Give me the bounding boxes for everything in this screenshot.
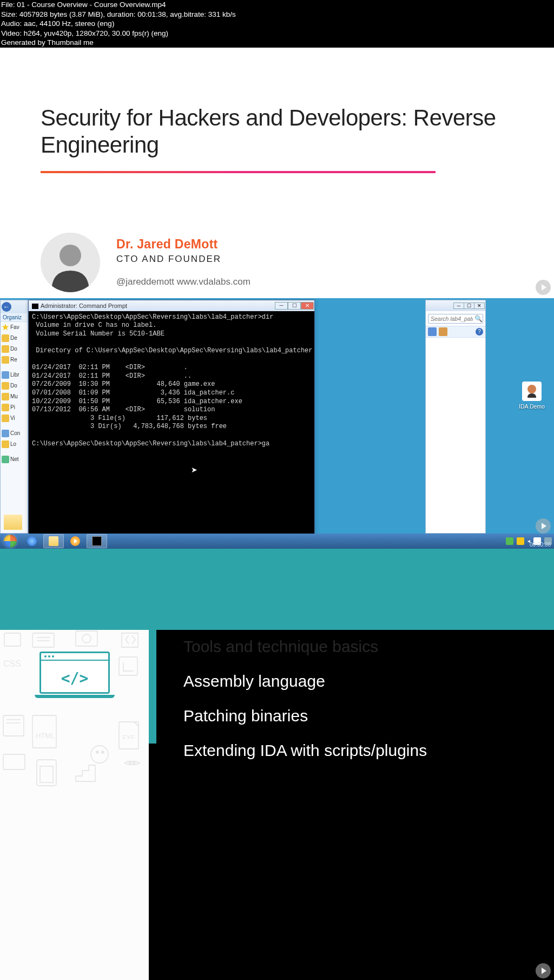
svg-rect-4	[76, 631, 97, 646]
title-underline	[41, 171, 436, 173]
library-icon	[2, 371, 9, 379]
course-title: Security for Hackers and Developers: Rev…	[41, 104, 513, 159]
background-pattern	[0, 739, 149, 980]
play-icon[interactable]	[536, 963, 551, 978]
libraries-node[interactable]: Libr	[1, 370, 28, 380]
folder-preview-icon	[4, 515, 22, 530]
close-button[interactable]: ✕	[474, 302, 485, 309]
folder-icon	[2, 356, 9, 364]
svg-point-27	[96, 751, 98, 753]
svg-point-5	[82, 634, 91, 643]
view-icon[interactable]	[428, 327, 437, 336]
meta-video: Video: h264, yuv420p, 1280x720, 30.00 fp…	[1, 29, 553, 38]
cmd-icon	[92, 536, 102, 546]
topic-item: Tools and technique basics	[183, 637, 527, 656]
svg-rect-30	[40, 766, 53, 782]
author-name: Dr. Jared DeMott	[116, 237, 250, 252]
explorer-right-window[interactable]: ─ ☐ ✕ 🔍 ?	[425, 300, 486, 534]
play-icon[interactable]	[536, 518, 551, 534]
tree-item[interactable]: Do	[1, 344, 28, 354]
maximize-button[interactable]: ☐	[288, 302, 301, 310]
folder-icon	[2, 382, 9, 390]
taskbar-wmp[interactable]	[65, 534, 85, 548]
tree-item[interactable]: Mu	[1, 391, 28, 402]
author-handle: @jareddemott www.vdalabs.com	[116, 277, 250, 287]
timestamp-2: 00:00:38	[530, 542, 551, 548]
view-icon[interactable]	[439, 327, 447, 336]
svg-text:HTML: HTML	[36, 732, 55, 740]
tree-item[interactable]: Re	[1, 354, 28, 365]
svg-rect-0	[4, 633, 21, 646]
taskbar[interactable]: ◂ 00:00:38	[0, 534, 554, 549]
thumbnail-2: ← Organiz Fav De Do Re Libr Do Mu Pi Vi …	[0, 298, 554, 549]
topic-item: Patching binaries	[183, 707, 527, 725]
tree-item[interactable]: Pi	[1, 402, 28, 413]
explorer-nav: ←	[1, 300, 28, 313]
tree-item[interactable]: Do	[1, 380, 28, 391]
mouse-cursor-icon: ➤	[191, 465, 197, 474]
help-icon[interactable]: ?	[476, 328, 483, 336]
folder-icon	[2, 404, 9, 411]
tree-item[interactable]: Lo	[1, 439, 28, 450]
metadata-header: File: 01 - Course Overview - Course Over…	[0, 0, 554, 48]
search-box[interactable]: 🔍	[428, 313, 483, 324]
meta-file: File: 01 - Course Overview - Course Over…	[1, 0, 553, 10]
ie-icon	[27, 536, 37, 546]
command-prompt-window[interactable]: Administrator: Command Prompt ─ ☐ ✕ C:\U…	[28, 300, 315, 535]
close-button[interactable]: ✕	[301, 302, 314, 310]
organize-button[interactable]: Organiz	[1, 313, 28, 322]
svg-text:CSS: CSS	[3, 659, 21, 668]
cmd-title: Administrator: Command Prompt	[32, 302, 127, 309]
explorer-toolbar: ?	[426, 326, 485, 338]
svg-point-26	[91, 746, 108, 763]
folder-icon	[2, 345, 9, 353]
thumbnail-1: Security for Hackers and Developers: Rev…	[0, 48, 554, 298]
tree-item[interactable]: Vi	[1, 413, 28, 424]
topic-item: Extending IDA with scripts/plugins	[183, 741, 527, 760]
search-icon[interactable]: 🔍	[474, 315, 481, 321]
author-row: Dr. Jared DeMott CTO AND FOUNDER @jaredd…	[41, 233, 513, 292]
start-button[interactable]	[0, 534, 21, 549]
svg-rect-8	[3, 715, 24, 736]
system-tray[interactable]: ◂ 00:00:38	[506, 537, 552, 545]
play-icon[interactable]	[536, 280, 551, 295]
thumbnail-3: CSS HTML EXE </> Tools and technique bas…	[0, 549, 554, 980]
star-icon	[2, 324, 9, 331]
folder-icon	[2, 415, 9, 422]
author-title: CTO AND FOUNDER	[116, 254, 250, 265]
author-info: Dr. Jared DeMott CTO AND FOUNDER @jaredd…	[116, 237, 250, 287]
play-icon	[74, 539, 77, 543]
cmd-icon	[32, 304, 38, 309]
computer-icon	[2, 430, 9, 437]
teal-banner	[0, 549, 554, 630]
topic-item: Assembly language	[183, 672, 527, 690]
minimize-button[interactable]: ─	[453, 302, 464, 309]
computer-node[interactable]: Con	[1, 428, 28, 439]
network-node[interactable]: Net	[1, 454, 28, 465]
tray-icon[interactable]	[517, 537, 524, 545]
back-button[interactable]: ←	[2, 302, 11, 312]
maximize-button[interactable]: ☐	[464, 302, 474, 309]
explorer-titlebar[interactable]: ─ ☐ ✕	[426, 300, 485, 311]
desktop-icon-label: IDA Demo	[518, 403, 545, 410]
tray-icon[interactable]	[506, 537, 513, 545]
ida-desktop-icon[interactable]: IDA Demo	[518, 382, 545, 410]
taskbar-cmd[interactable]	[87, 534, 107, 548]
taskbar-ie[interactable]	[22, 534, 42, 548]
author-avatar	[41, 233, 100, 292]
ida-icon	[522, 382, 542, 401]
cmd-titlebar[interactable]: Administrator: Command Prompt ─ ☐ ✕	[29, 300, 314, 311]
svg-rect-25	[119, 739, 138, 749]
tree-item[interactable]: De	[1, 333, 28, 344]
windows-logo-icon	[4, 535, 17, 548]
folder-icon	[2, 334, 9, 342]
taskbar-explorer[interactable]	[43, 534, 64, 548]
svg-point-28	[102, 751, 104, 753]
meta-audio: Audio: aac, 44100 Hz, stereo (eng)	[1, 19, 553, 29]
network-icon	[2, 456, 9, 463]
left-panel-bottom	[0, 739, 149, 980]
minimize-button[interactable]: ─	[275, 302, 288, 310]
favorites-node[interactable]: Fav	[1, 322, 28, 333]
code-glyph: </>	[41, 669, 108, 687]
explorer-left-window[interactable]: ← Organiz Fav De Do Re Libr Do Mu Pi Vi …	[0, 300, 28, 534]
